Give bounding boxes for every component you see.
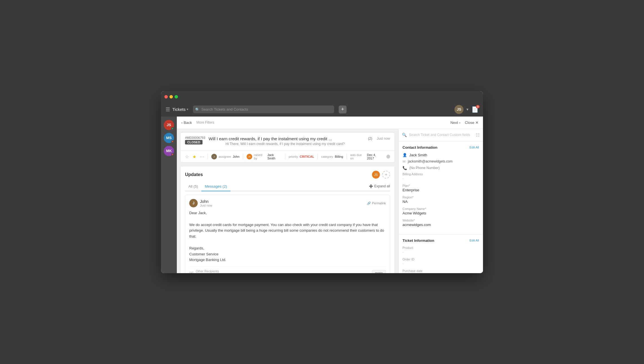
minimize-window-button[interactable] — [169, 95, 173, 98]
updates-section: Updates JS + All (5) Messages (2) — [180, 166, 395, 273]
online-dot — [171, 127, 174, 130]
purchase-date-field: Purchase date — [402, 269, 479, 273]
message-card-john: J John Just now 🔗 Permalink — [185, 195, 390, 273]
nav-title-chevron-icon[interactable]: ▾ — [187, 108, 188, 111]
star-filled-icon[interactable]: ★ — [192, 154, 196, 159]
more-filters-text: More Filters — [196, 120, 214, 124]
divider — [208, 154, 208, 159]
contact-info-header: Contact Information Edit All — [402, 145, 479, 150]
tab-messages[interactable]: Messages (2) — [201, 182, 230, 191]
raised-by-value: Jack Smith — [267, 153, 282, 160]
divider-3 — [285, 154, 285, 159]
sub-header-right: Next › Close ✕ — [451, 120, 478, 125]
notifications-button[interactable]: 📄 3 — [471, 106, 478, 113]
add-button[interactable]: + — [339, 106, 347, 113]
permalink-button-john[interactable]: 🔗 Permalink — [367, 201, 386, 205]
billing-address-value: - — [402, 176, 479, 181]
traffic-lights — [164, 95, 178, 98]
assignee-label: assignee — [219, 155, 231, 158]
ticket-edit-all-button[interactable]: Edit All — [469, 239, 479, 242]
sender-time-john: Just now — [200, 204, 212, 207]
priority-label: priority — [289, 155, 298, 158]
due-date-label: was due on — [350, 153, 365, 160]
nav-left: ☰ Tickets ▾ — [166, 106, 188, 113]
next-label: Next — [451, 120, 458, 125]
close-button[interactable]: Close ✕ — [465, 120, 478, 125]
list-view-icon[interactable]: ☷ — [476, 132, 480, 138]
search-icon: 🔍 — [195, 107, 200, 111]
tabs-bar: All (5) Messages (2) ➕ Expand all — [185, 182, 390, 191]
nav-title-text: Tickets — [172, 107, 186, 112]
add-recipient-button[interactable]: + — [382, 171, 390, 179]
billing-address-field: Billing Address - — [402, 172, 479, 181]
raised-by-meta: JS raised by Jack Smith — [247, 153, 282, 160]
plan-field: Plan* Enterprise — [402, 184, 479, 192]
sidebar-avatar-mk[interactable]: MK — [164, 146, 174, 156]
contact-name: Jack Smith — [409, 153, 427, 157]
star-empty-icon[interactable]: ☆ — [185, 154, 189, 159]
category-value: Billing — [335, 155, 343, 158]
busy-dot-2 — [171, 153, 174, 156]
back-button[interactable]: ‹ Back — [181, 120, 192, 125]
sidebar-avatar-js[interactable]: JS — [164, 120, 174, 130]
company-field: Company Name* Acme Widgets — [402, 207, 479, 215]
right-panel: 🔍 ☷ Contact Information Edit All 👤 Jack … — [398, 129, 483, 273]
category-meta: category Billing — [321, 155, 343, 158]
sender-info-john: John Just now — [200, 199, 212, 207]
close-label: Close — [465, 120, 474, 125]
ticket-panel: #ME00006793 CLOSED Will I earn credit re… — [177, 129, 483, 273]
order-id-field: Order ID - — [402, 258, 479, 266]
avatar-chevron-icon[interactable]: ▼ — [466, 108, 469, 111]
assignee-avatar: J — [211, 154, 217, 159]
message-sender-john: J John Just now — [189, 199, 212, 207]
expand-all-button[interactable]: ➕ Expand all — [369, 184, 390, 188]
ticket-preview: Hi There, Will I earn credit rewards, if… — [226, 142, 390, 146]
next-chevron-icon: › — [459, 120, 460, 125]
website-value: acmewidges.com — [402, 223, 479, 227]
hamburger-icon[interactable]: ☰ — [166, 106, 170, 113]
ticket-toolbar: ☆ ★ ⋯ J assignee John JS — [180, 151, 395, 162]
left-sidebar: JS MS MK — [161, 117, 177, 273]
purchase-date-label: Purchase date — [402, 269, 479, 273]
raised-by-avatar: JS — [247, 154, 252, 159]
product-label: Product — [402, 246, 479, 249]
more-button-john[interactable]: more — [372, 270, 386, 273]
nav-title: Tickets ▾ — [172, 107, 188, 112]
message-footer-john: ✉ Other Recipients none more — [189, 266, 386, 273]
company-label: Company Name* — [402, 207, 479, 210]
contact-email: jacksmith@acmewidgets.com — [408, 159, 452, 163]
region-field: Region* NA — [402, 196, 479, 204]
ticket-id-row: #ME00006793 CLOSED Will I earn credit re… — [185, 136, 390, 146]
global-search-bar: 🔍 — [193, 106, 334, 113]
updates-actions: JS + — [372, 171, 390, 179]
status-dot — [386, 155, 390, 159]
contact-edit-all-button[interactable]: Edit All — [469, 146, 479, 149]
updates-title: Updates — [185, 172, 203, 177]
link-icon: 🔗 — [367, 201, 371, 205]
divider-2 — [243, 154, 243, 159]
back-label: Back — [184, 120, 192, 125]
avatar[interactable]: JS — [454, 105, 464, 114]
ticket-info-title: Ticket Information — [402, 238, 434, 243]
right-search-input[interactable] — [409, 133, 473, 137]
updates-header: Updates JS + — [185, 171, 390, 179]
search-input[interactable] — [193, 106, 334, 113]
region-label: Region* — [402, 196, 479, 199]
website-field: Website* acmewidges.com — [402, 219, 479, 227]
close-window-button[interactable] — [164, 95, 168, 98]
plan-label: Plan* — [402, 184, 479, 187]
next-button[interactable]: Next › — [451, 120, 460, 125]
company-value: Acme Widgets — [402, 211, 479, 215]
msg-avatar-john: J — [189, 199, 198, 207]
busy-dot — [171, 140, 174, 143]
message-icon[interactable]: ⋯ — [200, 154, 204, 159]
sidebar-avatar-ms[interactable]: MS — [164, 133, 174, 143]
maximize-window-button[interactable] — [175, 95, 178, 98]
ticket-info-header: Ticket Information Edit All — [402, 238, 479, 243]
expand-icon: ➕ — [369, 184, 373, 188]
contact-info-title: Contact Information — [402, 145, 438, 150]
reply-count: (2) — [368, 137, 372, 141]
ticket-subject-row: Will I earn credit rewards, if I pay the… — [209, 136, 390, 142]
sender-name-john: John — [200, 199, 212, 204]
tab-all[interactable]: All (5) — [185, 182, 201, 191]
